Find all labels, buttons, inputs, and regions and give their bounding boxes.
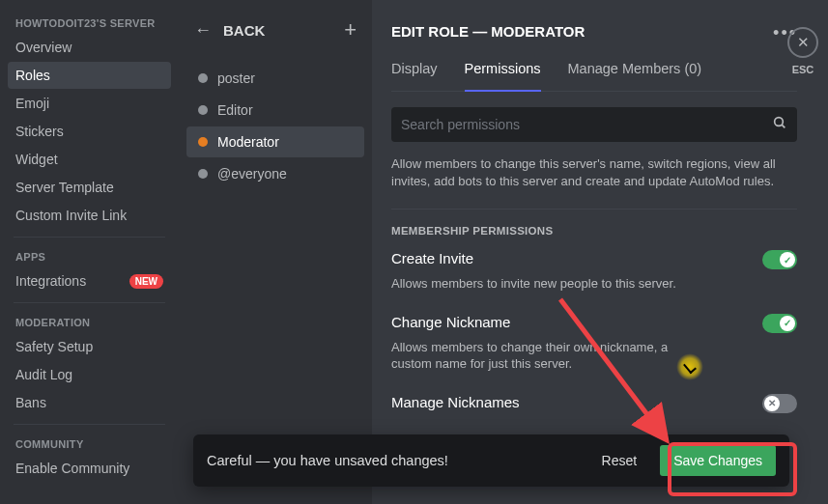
sidebar-item-integrations[interactable]: Integrations NEW (8, 267, 171, 294)
permission-toggle[interactable]: ✕ (762, 394, 797, 413)
x-icon: ✕ (768, 398, 776, 408)
permission-desc: Allows members to invite new people to t… (391, 275, 700, 293)
role-item-poster[interactable]: poster (186, 63, 364, 94)
role-color-dot (198, 137, 208, 147)
permission-name: Manage Nicknames (391, 394, 520, 410)
search-icon (772, 115, 787, 134)
check-icon: ✓ (784, 255, 791, 266)
permission-search[interactable] (391, 107, 797, 142)
new-badge: NEW (129, 274, 163, 289)
close-icon: ✕ (797, 34, 810, 51)
back-label: BACK (223, 22, 265, 39)
permission-search-input[interactable] (401, 117, 772, 132)
role-name: poster (217, 70, 255, 86)
unsaved-changes-toast: Careful — you have unsaved changes! Rese… (193, 434, 789, 487)
role-item-editor[interactable]: Editor (186, 95, 364, 126)
role-name: Moderator (217, 134, 279, 150)
edit-role-panel: EDIT ROLE — MODERATOR ••• Display Permis… (372, 0, 828, 504)
role-color-dot (198, 169, 208, 179)
section-header-apps: APPS (8, 245, 171, 266)
svg-line-1 (782, 125, 785, 127)
sidebar-item-overview[interactable]: Overview (8, 34, 171, 61)
sidebar-item-safety-setup[interactable]: Safety Setup (8, 333, 171, 360)
role-item-everyone[interactable]: @everyone (186, 158, 364, 189)
back-button[interactable]: ← BACK (194, 20, 265, 41)
permission-name: Change Nickname (391, 314, 510, 330)
toast-message: Careful — you have unsaved changes! (207, 453, 579, 468)
role-color-dot (198, 105, 208, 115)
sidebar-item-enable-community[interactable]: Enable Community (8, 455, 171, 482)
permission-section-title: MEMBERSHIP PERMISSIONS (391, 225, 797, 237)
arrow-left-icon: ← (194, 20, 212, 41)
add-role-button[interactable]: + (344, 17, 357, 42)
esc-label: ESC (787, 64, 818, 75)
permission-intro-hint: Allow members to change this server's na… (391, 155, 797, 189)
close-button[interactable]: ✕ (787, 27, 818, 58)
sidebar-item-bans[interactable]: Bans (8, 389, 171, 416)
tab-display[interactable]: Display (391, 61, 438, 91)
role-item-moderator[interactable]: Moderator (186, 126, 364, 157)
close-settings: ✕ ESC (787, 27, 818, 75)
role-name: @everyone (217, 166, 287, 182)
permission-toggle[interactable]: ✓ (762, 314, 797, 333)
sidebar-item-stickers[interactable]: Stickers (8, 118, 171, 145)
permission-desc: Allows members to change their own nickn… (391, 339, 700, 373)
section-header-moderation: MODERATION (8, 311, 171, 332)
svg-point-0 (775, 118, 784, 126)
sidebar-item-custom-invite-link[interactable]: Custom Invite Link (8, 202, 171, 229)
role-name: Editor (217, 102, 253, 118)
permission-change-nickname: Change Nickname ✓ Allows members to chan… (391, 314, 797, 373)
save-changes-button[interactable]: Save Changes (660, 445, 776, 476)
permission-name: Create Invite (391, 250, 473, 266)
permission-toggle[interactable]: ✓ (762, 250, 797, 269)
tabs: Display Permissions Manage Members (0) (391, 61, 797, 92)
permission-create-invite: Create Invite ✓ Allows members to invite… (391, 250, 797, 293)
sidebar-item-server-template[interactable]: Server Template (8, 174, 171, 201)
tab-permissions[interactable]: Permissions (465, 61, 541, 92)
tab-manage-members[interactable]: Manage Members (0) (568, 61, 702, 91)
role-color-dot (198, 73, 208, 83)
section-header-community: COMMUNITY (8, 433, 171, 454)
server-settings-sidebar: HOWTODOIT23'S SERVER Overview Roles Emoj… (0, 0, 179, 504)
sidebar-item-emoji[interactable]: Emoji (8, 90, 171, 117)
check-icon: ✓ (784, 318, 791, 328)
sidebar-item-audit-log[interactable]: Audit Log (8, 361, 171, 388)
server-name-header: HOWTODOIT23'S SERVER (8, 12, 171, 33)
permission-manage-nicknames: Manage Nicknames ✕ (391, 394, 797, 413)
sidebar-item-widget[interactable]: Widget (8, 146, 171, 173)
roles-list-panel: ← BACK + poster Editor Moderator @everyo… (179, 0, 372, 504)
sidebar-item-roles[interactable]: Roles (8, 62, 171, 89)
reset-button[interactable]: Reset (590, 445, 649, 476)
plus-icon: + (344, 17, 357, 42)
page-title: EDIT ROLE — MODERATOR (391, 23, 797, 40)
